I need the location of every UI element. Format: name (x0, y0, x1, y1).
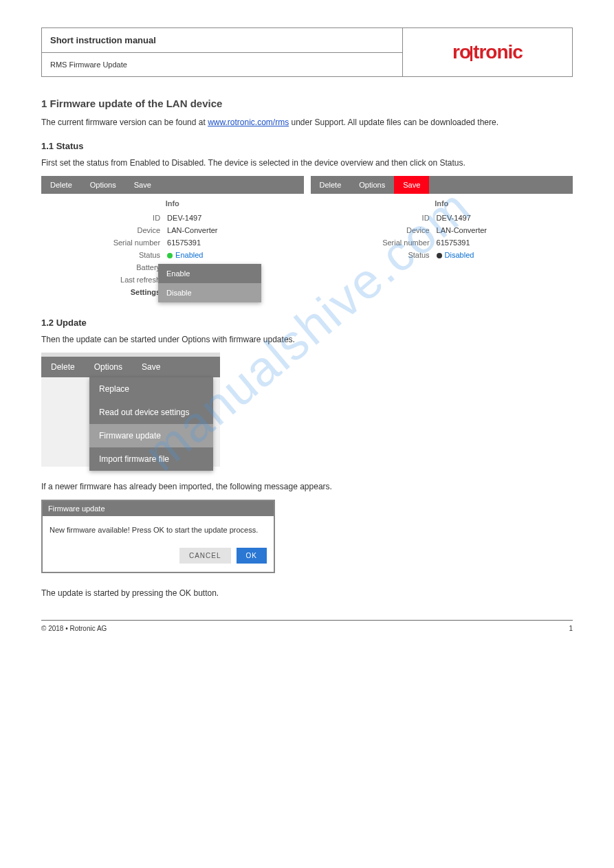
option-replace[interactable]: Replace (89, 377, 213, 401)
options-button-3[interactable]: Options (85, 357, 132, 377)
label-id: ID (41, 214, 167, 222)
body-text-1: The current firmware version can be foun… (41, 116, 573, 129)
status-dot-black-icon (437, 253, 442, 258)
status-enabled-link[interactable]: Enabled (175, 251, 203, 259)
value-serial: 61575391 (167, 238, 303, 247)
options-dropdown: Replace Read out device settings Firmwar… (89, 377, 213, 471)
footer-page: 1 (569, 625, 573, 632)
body-update-text: Then the update can be started under Opt… (41, 333, 573, 346)
header-title: Short instruction manual (50, 35, 156, 45)
label-id-2: ID (311, 214, 437, 222)
body-update-text2: If a newer firmware has already been imp… (41, 480, 573, 493)
subsection-status: 1.1 Status (41, 141, 573, 151)
delete-button-3[interactable]: Delete (41, 357, 85, 377)
header-table: Short instruction manual rotronic RMS Fi… (41, 27, 573, 77)
subsection-update: 1.2 Update (41, 318, 573, 328)
options-button[interactable]: Options (81, 176, 125, 194)
footer: © 2018 • Rotronic AG 1 (41, 620, 573, 632)
label-status-2: Status (311, 251, 437, 259)
label-status: Status (41, 251, 167, 259)
body-status-text: First set the status from Enabled to Dis… (41, 157, 573, 169)
panel-enabled: Delete Options Save Info IDDEV-1497 Devi… (41, 176, 304, 304)
label-battery: Battery (41, 263, 167, 271)
label-refresh: Last refresh (41, 276, 167, 284)
label-device-2: Device (311, 226, 437, 234)
info-heading: Info (41, 199, 304, 208)
rotronic-logo: rotronic (452, 41, 523, 63)
firmware-dialog: Firmware update New firmware available! … (41, 500, 275, 573)
options-panel: Delete Options Save Replace Read out dev… (41, 353, 220, 467)
header-subtitle: RMS Firmware Update (50, 60, 127, 69)
save-button[interactable]: Save (125, 176, 160, 194)
settings-heading: Settings (41, 288, 167, 296)
option-firmware-update[interactable]: Firmware update (89, 424, 213, 447)
label-serial: Serial number (41, 238, 167, 247)
dialog-ok-button[interactable]: OK (237, 548, 267, 564)
dropdown-disable[interactable]: Disable (158, 283, 261, 302)
label-device: Device (41, 226, 167, 234)
value-serial-2: 61575391 (437, 238, 573, 247)
option-readout[interactable]: Read out device settings (89, 401, 213, 424)
label-serial-2: Serial number (311, 238, 437, 247)
status-disabled-link[interactable]: Disabled (445, 251, 474, 259)
dialog-body: New firmware available! Press OK to star… (43, 516, 274, 544)
options-button-2[interactable]: Options (350, 176, 394, 194)
status-dot-green-icon (167, 253, 173, 258)
footer-copyright: © 2018 • Rotronic AG (41, 625, 107, 632)
value-device-2: LAN-Converter (437, 226, 573, 234)
value-device: LAN-Converter (167, 226, 303, 234)
delete-button-2[interactable]: Delete (311, 176, 351, 194)
dialog-cancel-button[interactable]: CANCEL (179, 548, 231, 564)
info-heading-2: Info (311, 199, 573, 208)
option-import-firmware[interactable]: Import firmware file (89, 447, 213, 471)
dialog-title: Firmware update (43, 501, 274, 516)
status-dropdown: Enable Disable (158, 264, 261, 302)
value-id-2: DEV-1497 (437, 214, 573, 222)
section-title-1: 1 Firmware update of the LAN device (41, 98, 573, 109)
panel-disabled: Delete Options Save Info IDDEV-1497 Devi… (311, 176, 573, 304)
status-screenshots: Delete Options Save Info IDDEV-1497 Devi… (41, 176, 573, 304)
value-id: DEV-1497 (167, 214, 303, 222)
dropdown-enable[interactable]: Enable (158, 264, 261, 283)
delete-button[interactable]: Delete (41, 176, 81, 194)
body-update-text3: The update is started by pressing the OK… (41, 587, 573, 599)
save-button-red[interactable]: Save (394, 176, 429, 194)
support-link[interactable]: www.rotronic.com/rms (208, 118, 289, 127)
save-button-3[interactable]: Save (132, 357, 170, 377)
